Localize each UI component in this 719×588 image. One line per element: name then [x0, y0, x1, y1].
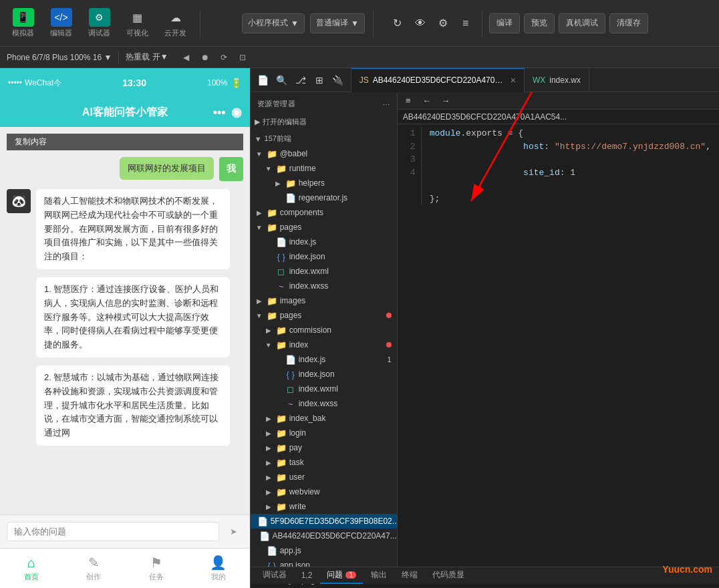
user-avatar: 我: [219, 157, 243, 181]
tree-item[interactable]: ▼📁@babel: [251, 146, 397, 161]
tree-arrow-icon: ▶: [264, 474, 273, 481]
visualize-btn[interactable]: ▦ 可视化: [121, 5, 154, 41]
tree-item[interactable]: ▶📁webview: [251, 484, 397, 499]
refresh-btn[interactable]: ↻: [388, 14, 407, 33]
tree-item[interactable]: 📄index.js: [251, 235, 397, 249]
tree-badge-dot: [386, 342, 392, 347]
tree-item[interactable]: ▶📁task: [251, 455, 397, 470]
search-icon[interactable]: 🔍: [275, 73, 289, 88]
clear-cache-btn[interactable]: 清缓存: [609, 13, 648, 33]
phone-nav: ⌂ 首页 ✎ 创作 ⚑ 任务 👤 我的: [0, 548, 250, 588]
camera-icon[interactable]: ◉: [231, 105, 242, 120]
tab-index-wx[interactable]: WX index.wx: [525, 68, 589, 92]
tree-item[interactable]: ▼📁runtime: [251, 161, 397, 176]
tab-issues[interactable]: 问题 1: [320, 567, 363, 584]
tree-item[interactable]: { }app.json: [251, 558, 397, 567]
cloud-btn[interactable]: ☁ 云开发: [159, 5, 192, 41]
phone-model-label: Phone 6/7/8 Plus 100% 16 ▼: [7, 53, 112, 62]
send-btn[interactable]: ➤: [225, 523, 243, 541]
debugger-btn[interactable]: ⚙ 调试器: [83, 5, 116, 41]
second-toolbar: Phone 6/7/8 Plus 100% 16 ▼ 热重载 开▼ ◀ ⏺ ⟳ …: [0, 47, 719, 68]
tree-item[interactable]: ▶📁user: [251, 470, 397, 484]
settings-btn[interactable]: ⚙: [434, 14, 452, 33]
tree-item[interactable]: ▶📁write: [251, 499, 397, 514]
layout-icon[interactable]: ⊞: [312, 73, 327, 88]
preview-btn[interactable]: 预览: [524, 13, 555, 33]
tree-item[interactable]: 📄5F9D60E7ED35D6CF39FB08E02...: [251, 514, 397, 529]
tree-item[interactable]: { }index.json: [251, 367, 397, 382]
file-tree-more-icon[interactable]: ···: [383, 100, 390, 108]
tree-item[interactable]: 📄index.js1: [251, 352, 397, 367]
miniprogram-mode-dropdown[interactable]: 小程序模式 ▼: [242, 13, 305, 33]
hamburger-icon[interactable]: ≡: [402, 94, 415, 108]
project-header[interactable]: ▼ 157前端: [251, 131, 397, 146]
tree-file-icon: 📁: [276, 458, 287, 468]
app-header: AI客能问答小管家 ••• ◉: [0, 98, 250, 127]
new-file-icon[interactable]: 📄: [256, 73, 271, 88]
bot-bubble2: 1. 智慧医疗：通过连接医疗设备、医护人员和病人，实现病人信息的实时监测、诊断和…: [36, 277, 230, 357]
tree-item[interactable]: ▼📁index: [251, 337, 397, 352]
compile-action-btn[interactable]: 编译: [489, 13, 520, 33]
tab1-close-icon[interactable]: ×: [511, 75, 516, 86]
nav-mine-label: 我的: [211, 572, 226, 582]
screen-rotate-btn[interactable]: ⟳: [217, 50, 231, 65]
tree-item[interactable]: ▶📁images: [251, 293, 397, 308]
tree-item-label: webview: [289, 487, 320, 496]
tab-main-js[interactable]: JS AB446240ED35D6CFCD220A470A1AAC54.js ×: [351, 68, 525, 92]
tree-item-label: index.js: [289, 237, 317, 247]
tree-item-label: index_bak: [289, 414, 326, 423]
tree-item[interactable]: ▼📁pages: [251, 308, 397, 323]
nav-home[interactable]: ⌂ 首页: [0, 553, 62, 585]
tab1-label: AB446240ED35D6CFCD220A470A1AAC54.js: [373, 76, 507, 85]
tree-item[interactable]: ▶📁helpers: [251, 176, 397, 190]
tab-output[interactable]: 输出: [364, 567, 394, 584]
nav-task[interactable]: ⚑ 任务: [125, 552, 187, 585]
message-input[interactable]: [7, 522, 219, 541]
editor-btn[interactable]: </> 编辑器: [45, 5, 78, 41]
tree-item[interactable]: 📄app.js: [251, 543, 397, 558]
tree-item-label: images: [280, 296, 306, 305]
nav-create[interactable]: ✎ 创作: [62, 552, 124, 585]
red-arrow-svg: [438, 92, 571, 221]
home-icon: ⌂: [27, 555, 35, 571]
status-left: ••••• WeChat今: [8, 78, 61, 89]
eye-btn[interactable]: 👁: [411, 14, 430, 33]
tab-code-quality[interactable]: 代码质显: [426, 567, 471, 584]
tree-item[interactable]: 📄AB446240ED35D6CFCD220A47...: [251, 529, 397, 543]
compile-mode-dropdown[interactable]: 普通编译 ▼: [310, 13, 365, 33]
tree-item-label: index.json: [299, 370, 335, 379]
tree-item[interactable]: ▶📁pay: [251, 440, 397, 455]
js-file-icon: JS: [360, 76, 369, 85]
tree-item[interactable]: ~index.wxss: [251, 396, 397, 411]
simulator-btn[interactable]: 📱 模拟器: [7, 5, 39, 41]
navigate-back-icon[interactable]: ←: [420, 94, 434, 108]
git-icon[interactable]: ⎇: [293, 73, 308, 88]
tree-file-icon: 📁: [267, 311, 277, 321]
tree-item-label: app.json: [280, 561, 310, 567]
tree-item[interactable]: { }index.json: [251, 249, 397, 264]
tree-item[interactable]: ▶📁commission: [251, 323, 397, 337]
extension-icon[interactable]: 🔌: [331, 73, 345, 88]
back-btn[interactable]: ◀: [179, 50, 194, 65]
tree-item[interactable]: ▶📁index_bak: [251, 411, 397, 426]
separator3: [482, 10, 482, 37]
tree-item[interactable]: ▶📁components: [251, 205, 397, 220]
copy-bar: 复制内容: [7, 134, 243, 150]
hot-reload-btn[interactable]: 热重载 开▼: [126, 51, 168, 63]
tree-item[interactable]: ~index.wxss: [251, 279, 397, 293]
stop-btn[interactable]: ⏺: [198, 50, 212, 65]
tree-item[interactable]: ▶📁login: [251, 426, 397, 440]
tree-item[interactable]: ▼📁pages: [251, 220, 397, 235]
tab-12[interactable]: 1,2: [295, 569, 319, 583]
open-editors-header[interactable]: ▶ 打开的编辑器: [251, 114, 397, 130]
tree-item[interactable]: ◻index.wxml: [251, 382, 397, 396]
real-debug-btn[interactable]: 真机调试: [559, 13, 605, 33]
nav-mine[interactable]: 👤 我的: [187, 552, 249, 585]
tree-item[interactable]: ◻index.wxml: [251, 264, 397, 279]
tab-debugger[interactable]: 调试器: [256, 567, 293, 584]
tab-terminal[interactable]: 终端: [395, 567, 424, 584]
full-screen-btn[interactable]: ⊡: [235, 50, 250, 65]
tree-item[interactable]: 📄regenerator.js: [251, 190, 397, 205]
more-dots-icon[interactable]: •••: [213, 106, 226, 120]
more-btn[interactable]: ≡: [456, 14, 475, 33]
